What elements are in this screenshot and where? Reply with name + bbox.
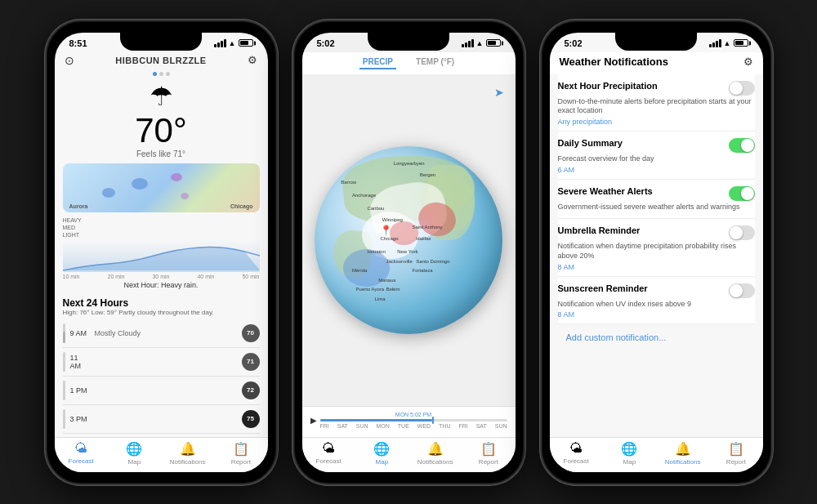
signal-bar-3	[221, 41, 223, 47]
battery-fill-2	[488, 41, 497, 45]
city-winnipeg: Winnipeg	[382, 217, 403, 222]
hourly-temp-1pm: 72	[242, 381, 260, 399]
notif-item-header-daily: Daily Summary	[558, 138, 755, 153]
notif-sub-next-hour[interactable]: Any precipitation	[558, 118, 755, 126]
nav-notifications-2[interactable]: 🔔 Notifications	[408, 441, 462, 466]
hourly-bar-fill	[63, 332, 65, 343]
mini-map[interactable]: Aurora Chicago	[63, 163, 260, 212]
toggle-umbrella[interactable]	[729, 225, 755, 240]
precip-chart-svg	[63, 239, 260, 272]
settings-icon[interactable]: ⚙	[248, 54, 257, 66]
search-icon[interactable]: ⊙	[65, 54, 74, 67]
city-longyearbyen: Longyearbyen	[394, 161, 425, 166]
location-pin: 📍	[380, 225, 392, 236]
globe-container[interactable]: ➤ 📍 Longyearbyen	[302, 74, 516, 406]
precip-heavy: HEAVY	[63, 217, 260, 223]
precip-chart	[63, 239, 260, 272]
signal-bar-2	[217, 42, 220, 47]
hourly-time-3pm: 3 PM	[70, 415, 90, 423]
timeline-track-container: MON 5:02 PM FRI SAT SUN MON TUE WED	[320, 412, 507, 429]
add-custom-notification[interactable]: Add custom notification...	[558, 324, 755, 350]
city-bergen: Bergen	[420, 172, 435, 177]
notif-item-next-hour: Next Hour Precipitation Down-to-the-minu…	[558, 74, 755, 132]
toggle-next-hour[interactable]	[729, 81, 755, 96]
phone-forecast: 8:51 ▲ ⊙ HIBBCUN BLRZZLE	[45, 20, 278, 485]
notif-sub-sunscreen[interactable]: 8 AM	[558, 310, 755, 319]
time-20: 20 min	[107, 274, 124, 279]
tab-temp[interactable]: TEMP (°F)	[413, 56, 458, 69]
notif-sub-umbrella[interactable]: 8 AM	[558, 263, 755, 271]
nav-map-1[interactable]: 🌐 Map	[108, 441, 161, 466]
hourly-left: 1 PM	[63, 381, 95, 400]
forecast-screen: 8:51 ▲ ⊙ HIBBCUN BLRZZLE	[55, 33, 268, 472]
map-dot	[171, 173, 182, 181]
report-nav-icon: 📋	[233, 441, 249, 457]
toggle-severe[interactable]	[729, 186, 755, 201]
bottom-nav-2: 🌤 Forecast 🌐 Map 🔔 Notifications 📋 Repor…	[302, 437, 516, 472]
hourly-time-9am: 9 AM	[70, 329, 90, 337]
play-button[interactable]: ▶	[310, 416, 317, 425]
signal-bar-2	[712, 42, 715, 47]
timeline-bar: ▶ MON 5:02 PM FRI SAT SUN MON TUE	[302, 406, 516, 437]
phone-map: 5:02 ▲ PRECIP TEMP (°F)	[292, 20, 525, 485]
tab-precip[interactable]: PRECIP	[359, 56, 396, 69]
hourly-temp-11am: 71	[242, 353, 260, 371]
notif-sub-daily[interactable]: 6 AM	[558, 166, 755, 174]
hourly-item-3pm: 3 PM 75	[63, 405, 260, 434]
toggle-knob-daily	[741, 139, 754, 152]
nav-notifications-1[interactable]: 🔔 Notifications	[161, 441, 214, 466]
hourly-item-1pm: 1 PM 72	[63, 377, 260, 405]
map-label-chicago: Chicago	[230, 203, 253, 209]
wifi-icon: ▲	[229, 39, 236, 47]
nav-map-2[interactable]: 🌐 Map	[355, 441, 408, 466]
city-fortaleza: Fortaleza	[413, 268, 433, 273]
nav-report-3[interactable]: 📋 Report	[709, 441, 762, 466]
toggle-daily[interactable]	[729, 138, 755, 153]
map-dot	[132, 178, 148, 190]
day-fri2: FRI	[458, 423, 467, 429]
city-jacksonville: Jacksonville	[386, 259, 412, 264]
toggle-knob-sunscreen	[730, 284, 743, 297]
map-tabs: PRECIP TEMP (°F)	[302, 52, 516, 74]
notifications-nav-icon: 🔔	[180, 441, 196, 457]
forecast-header: ⊙ HIBBCUN BLRZZLE ⚙	[55, 52, 268, 70]
notifications-nav-icon-2: 🔔	[427, 441, 444, 457]
feels-like: Feels like 71°	[136, 149, 185, 158]
nav-notifications-3[interactable]: 🔔 Notifications	[656, 441, 709, 466]
map-dot	[102, 188, 115, 198]
precip-time-labels: 10 min 20 min 30 min 40 min 50 min	[63, 274, 260, 279]
nav-map-3[interactable]: 🌐 Map	[603, 441, 656, 466]
wifi-icon-3: ▲	[724, 39, 731, 47]
timeline-track[interactable]	[320, 419, 507, 421]
notif-desc-sunscreen: Notification when UV index rises above 9	[558, 300, 755, 310]
city-chicago: Chicago	[381, 236, 399, 241]
forecast-nav-label-2: Forecast	[316, 457, 342, 465]
hourly-bar-bg	[63, 352, 65, 372]
nav-report-2[interactable]: 📋 Report	[462, 441, 515, 466]
nav-report-1[interactable]: 📋 Report	[214, 441, 267, 466]
battery-fill-3	[735, 41, 744, 45]
signal-icon-3	[709, 39, 721, 47]
hourly-list: 9 AM Mostly Cloudy 70 11 AM 71	[55, 316, 268, 437]
hourly-time-1pm: 1 PM	[70, 386, 90, 395]
signal-bar-4	[719, 39, 721, 47]
status-time-1: 8:51	[69, 38, 87, 48]
notifications-settings-icon[interactable]: ⚙	[743, 56, 753, 68]
location-label: HIBBCUN BLRZZLE	[115, 56, 206, 65]
notifications-nav-label-3: Notifications	[665, 458, 701, 466]
nav-forecast-3[interactable]: 🌤 Forecast	[550, 441, 603, 466]
day-fri: FRI	[320, 423, 329, 429]
precip-area	[63, 247, 260, 270]
status-icons-1: ▲	[214, 39, 253, 47]
notif-title-umbrella: Umbrella Reminder	[558, 225, 641, 235]
notif-desc-daily: Forecast overview for the day	[558, 154, 755, 164]
hourly-temp-9am: 70	[242, 324, 260, 342]
notifications-header: Weather Notifications ⚙	[550, 52, 763, 74]
toggle-sunscreen[interactable]	[729, 283, 755, 298]
nav-forecast-1[interactable]: 🌤 Forecast	[55, 441, 108, 466]
city-saint-anthony: Saint Anthony	[413, 225, 443, 230]
forecast-nav-icon: 🌤	[74, 441, 87, 456]
forecast-nav-icon-2: 🌤	[322, 441, 335, 456]
location-arrow-icon: ➤	[494, 86, 504, 99]
nav-forecast-2[interactable]: 🌤 Forecast	[302, 441, 355, 466]
